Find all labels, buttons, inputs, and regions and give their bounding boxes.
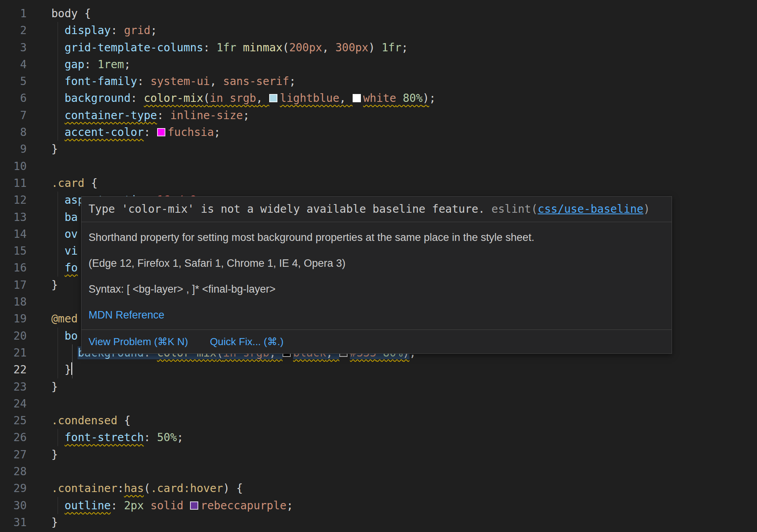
code-line[interactable]: 26 font-stretch: 50%;	[0, 429, 757, 446]
line-content[interactable]: font-stretch: 50%;	[27, 429, 183, 446]
line-number[interactable]: 6	[0, 90, 27, 107]
line-number[interactable]: 12	[0, 192, 27, 208]
code-token: )	[368, 41, 375, 54]
code-token: @med	[51, 312, 78, 325]
line-content[interactable]: body {	[27, 5, 91, 22]
line-content[interactable]: }	[27, 277, 58, 293]
hover-actions: View Problem (⌘K N) Quick Fix... (⌘.)	[81, 330, 672, 353]
line-content[interactable]: fo	[27, 259, 78, 276]
line-number[interactable]: 7	[0, 107, 27, 124]
code-line[interactable]: 2 display: grid;	[0, 22, 757, 39]
code-token: :	[130, 92, 144, 105]
line-number[interactable]: 4	[0, 56, 27, 73]
code-line[interactable]: 29.container:has(.card:hover) {	[0, 480, 757, 497]
code-line[interactable]: 9}	[0, 141, 757, 157]
line-content[interactable]: }	[27, 446, 58, 463]
code-line[interactable]: 22 }	[0, 361, 757, 378]
mdn-reference-link[interactable]: MDN Reference	[89, 309, 165, 321]
line-content[interactable]: @med	[27, 310, 78, 327]
line-number[interactable]: 21	[0, 344, 27, 361]
line-content[interactable]: }	[27, 378, 58, 395]
code-line[interactable]: 4 gap: 1rem;	[0, 56, 757, 73]
line-number[interactable]: 1	[0, 5, 27, 22]
line-content[interactable]: accent-color: fuchsia;	[27, 124, 221, 141]
line-number[interactable]: 15	[0, 242, 27, 259]
indent-guide	[58, 209, 58, 226]
line-number[interactable]: 17	[0, 277, 27, 293]
code-line[interactable]: 10	[0, 158, 757, 175]
line-content[interactable]: }	[27, 141, 58, 157]
line-number[interactable]: 26	[0, 429, 27, 446]
line-number[interactable]: 19	[0, 310, 27, 327]
line-content[interactable]: }	[27, 361, 72, 378]
code-token: }	[51, 448, 58, 461]
line-content[interactable]	[27, 463, 51, 480]
color-swatch	[190, 501, 198, 510]
line-number[interactable]: 25	[0, 412, 27, 429]
line-number[interactable]: 30	[0, 497, 27, 514]
line-number[interactable]: 28	[0, 463, 27, 480]
line-number[interactable]: 10	[0, 158, 27, 175]
code-line[interactable]: 28	[0, 463, 757, 480]
line-number[interactable]: 20	[0, 328, 27, 344]
line-number[interactable]: 23	[0, 378, 27, 395]
code-line[interactable]: 30 outline: 2px solid rebeccapurple;	[0, 497, 757, 514]
code-line[interactable]: 24	[0, 395, 757, 412]
line-content[interactable]: .card {	[27, 175, 98, 192]
line-content[interactable]: .condensed {	[27, 412, 130, 429]
line-number[interactable]: 24	[0, 395, 27, 412]
code-token: :	[144, 126, 157, 139]
line-content[interactable]: .container:has(.card:hover) {	[27, 480, 243, 497]
code-token: color-mix	[144, 92, 203, 105]
code-line[interactable]: 23}	[0, 378, 757, 395]
line-number[interactable]: 27	[0, 446, 27, 463]
code-token: outline	[65, 499, 111, 512]
line-content[interactable]	[27, 158, 51, 175]
view-problem-link[interactable]: View Problem (⌘K N)	[89, 336, 188, 347]
line-content[interactable]: }	[27, 514, 58, 531]
line-content[interactable]: vi	[27, 242, 78, 259]
line-content[interactable]: background: color-mix(in srgb, lightblue…	[27, 90, 436, 107]
line-number[interactable]: 11	[0, 175, 27, 192]
indent-guide	[58, 73, 58, 90]
line-content[interactable]: container-type: inline-size;	[27, 107, 250, 124]
line-number[interactable]: 9	[0, 141, 27, 157]
line-number[interactable]: 31	[0, 514, 27, 531]
code-line[interactable]: 6 background: color-mix(in srgb, lightbl…	[0, 90, 757, 107]
line-number[interactable]: 18	[0, 293, 27, 310]
quick-fix-link[interactable]: Quick Fix... (⌘.)	[210, 336, 284, 347]
line-number[interactable]: 16	[0, 259, 27, 276]
code-line[interactable]: 11.card {	[0, 175, 757, 192]
code-token: in srgb	[210, 92, 256, 105]
line-number[interactable]: 5	[0, 73, 27, 90]
line-number[interactable]: 29	[0, 480, 27, 497]
line-content[interactable]: grid-template-columns: 1fr minmax(200px,…	[27, 39, 408, 56]
line-content[interactable]: bo	[27, 328, 78, 344]
code-line[interactable]: 31}	[0, 514, 757, 531]
line-number[interactable]: 22	[0, 361, 27, 378]
line-content[interactable]: ba	[27, 209, 78, 226]
line-content[interactable]: display: grid;	[27, 22, 157, 39]
line-content[interactable]: outline: 2px solid rebeccapurple;	[27, 497, 293, 514]
code-line[interactable]: 8 accent-color: fuchsia;	[0, 124, 757, 141]
line-number[interactable]: 2	[0, 22, 27, 39]
code-line[interactable]: 1body {	[0, 5, 757, 22]
line-content[interactable]: ov	[27, 226, 78, 242]
code-token: .card	[51, 177, 91, 190]
code-line[interactable]: 7 container-type: inline-size;	[0, 107, 757, 124]
line-number[interactable]: 14	[0, 226, 27, 242]
line-content[interactable]	[27, 395, 51, 412]
line-content[interactable]: font-family: system-ui, sans-serif;	[27, 73, 296, 90]
code-line[interactable]: 27}	[0, 446, 757, 463]
line-number[interactable]: 13	[0, 209, 27, 226]
code-line[interactable]: 25.condensed {	[0, 412, 757, 429]
line-number[interactable]: 8	[0, 124, 27, 141]
line-number[interactable]: 3	[0, 39, 27, 56]
code-token: }	[51, 143, 58, 156]
code-token: 50%	[157, 431, 177, 444]
line-content[interactable]	[27, 293, 51, 310]
code-line[interactable]: 5 font-family: system-ui, sans-serif;	[0, 73, 757, 90]
code-line[interactable]: 3 grid-template-columns: 1fr minmax(200p…	[0, 39, 757, 56]
eslint-rule-link[interactable]: css/use-baseline	[538, 203, 643, 215]
line-content[interactable]: gap: 1rem;	[27, 56, 130, 73]
